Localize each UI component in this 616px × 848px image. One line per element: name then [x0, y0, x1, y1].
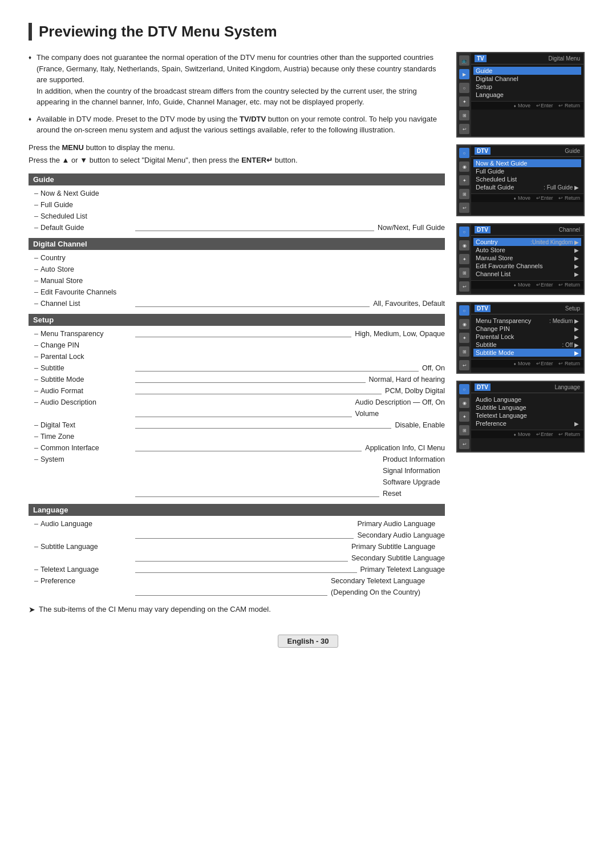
dash: –: [34, 275, 38, 286]
menu-row: – System Product InformationSignal Infor…: [34, 454, 445, 499]
tv-icon: ◉: [459, 161, 469, 172]
item-value: : Full Guide ▶: [544, 184, 579, 191]
item-value: ▶: [574, 350, 579, 356]
tv-panel-channel: ○ ◉ ✦ ⊞ ↩ DTV Channel Country :United Ki…: [456, 223, 585, 295]
tv-panel-language: ○ ◉ ✦ ⊞ ↩ DTV Language Audio Language: [456, 381, 585, 453]
menu-value: Now/Next, Full Guide: [378, 222, 445, 233]
item-label: Menu Transparency: [476, 317, 531, 324]
tv-footer: ⬧ Move ↵Enter ↩ Return: [471, 193, 583, 202]
language-header: Language: [29, 504, 445, 516]
item-label: Auto Store: [476, 247, 505, 253]
item-label: Language: [476, 91, 504, 98]
menu-row: – Audio Description Audio Description — …: [34, 397, 445, 419]
menu-line: [135, 561, 348, 562]
menu-row: – Now & Next Guide: [34, 188, 445, 199]
item-label: Audio Language: [476, 396, 521, 403]
item-label: Channel List: [476, 270, 510, 277]
item-label: Edit Favourite Channels: [476, 263, 542, 269]
page-footer: English - 30: [278, 635, 339, 648]
tv-side-icons: ○ ◉ ✦ ⊞ ↩: [457, 303, 471, 373]
tv-menu-title: Setup: [494, 305, 580, 312]
tv-icon: ○: [459, 83, 469, 93]
digital-channel-header: Digital Channel: [29, 238, 445, 250]
menu-line: [135, 417, 352, 417]
footer-enter: ↵Enter: [536, 103, 553, 108]
item-name: Time Zone: [40, 431, 132, 442]
item-name: Audio Format: [40, 385, 132, 397]
item-label: Default Guide: [476, 184, 514, 191]
footer-move: ⬧ Move: [513, 431, 530, 437]
tv-panel-header: TV Digital Menu: [471, 53, 583, 64]
dash: –: [34, 575, 38, 587]
footer-move: ⬧ Move: [513, 361, 530, 366]
tv-panel-header: DTV Language: [471, 382, 583, 393]
item-name: Audio Language: [40, 518, 132, 530]
tv-icon: ⊞: [459, 110, 469, 120]
menu-value: All, Favourites, Default: [373, 298, 445, 309]
item-label: Teletext Language: [476, 412, 527, 419]
footer-move: ⬧ Move: [513, 195, 530, 201]
tv-main-content: DTV Setup Menu Transparency : Medium ▶ C…: [471, 303, 583, 373]
tv-menu-item-guide: Guide: [473, 67, 581, 75]
tv-label: DTV: [475, 226, 491, 233]
item-label: Parental Lock: [476, 333, 514, 340]
footer-return: ↩ Return: [558, 282, 580, 288]
item-value: ▶: [574, 271, 579, 277]
item-name: Manual Store: [40, 275, 132, 286]
menu-value: Application Info, CI Menu: [365, 442, 445, 454]
item-label: Scheduled List: [476, 176, 517, 183]
item-name: Subtitle Mode: [40, 374, 132, 385]
menu-row: – Edit Favourite Channels: [34, 286, 445, 298]
footer-return: ↩ Return: [558, 103, 580, 108]
menu-value: Off, On: [422, 362, 445, 374]
item-name: Audio Description: [40, 397, 132, 408]
tv-menu-item-edit-fav: Edit Favourite Channels ▶: [476, 262, 579, 270]
tv-side-icons: 📺 ▶ ○ ✦ ⊞ ↩: [457, 53, 471, 136]
menu-value: Primary Subtitle LanguageSecondary Subti…: [351, 541, 445, 564]
tv-menu-item-menu-transparency: Menu Transparency : Medium ▶: [476, 317, 579, 325]
tv-panel-inner: ○ ◉ ✦ ⊞ ↩ DTV Language Audio Language: [457, 382, 583, 451]
tv-panel-header: DTV Setup: [471, 303, 583, 314]
menu-line: [135, 496, 379, 497]
tv-menu-item-teletext-lang: Teletext Language: [476, 411, 579, 419]
tv-footer: ⬧ Move ↵Enter ↩ Return: [471, 101, 583, 110]
tv-menu-item-setup: Setup: [476, 83, 579, 91]
tv-icon: ◉: [459, 240, 469, 251]
tv-menu-item-parental-lock: Parental Lock ▶: [476, 333, 579, 341]
tv-icon: ⊞: [459, 346, 469, 357]
menu-row: – Preference Secondary Teletext Language…: [34, 575, 445, 598]
item-name: Common Interface: [40, 442, 132, 454]
menu-line: [135, 595, 327, 596]
tv-main-content: DTV Language Audio Language Subtitle Lan…: [471, 382, 583, 451]
dash: –: [34, 454, 38, 465]
note-text: The sub-items of the CI Menu may vary de…: [39, 605, 271, 613]
menu-row: – Manual Store: [34, 275, 445, 286]
tv-icon: ⊞: [459, 189, 469, 199]
tv-menu-item-subtitle-lang: Subtitle Language: [476, 403, 579, 411]
dash: –: [34, 431, 38, 442]
tv-panel-digital-menu: 📺 ▶ ○ ✦ ⊞ ↩ TV Digital Menu Guide: [456, 52, 585, 138]
menu-row: – Subtitle Mode Normal, Hard of hearing: [34, 374, 445, 385]
tv-icon: ✦: [459, 175, 469, 185]
dash: –: [34, 564, 38, 575]
setup-items: – Menu Transparency High, Medium, Low, O…: [29, 328, 445, 499]
tv-side-icons: ○ ◉ ✦ ⊞ ↩: [457, 224, 471, 294]
menu-value: High, Medium, Low, Opaque: [355, 328, 445, 340]
tv-side-icons: ○ ◉ ✦ ⊞ ↩: [457, 146, 471, 215]
dash: –: [34, 351, 38, 362]
tv-menu-item-default-guide: Default Guide : Full Guide ▶: [476, 183, 579, 191]
item-label: Subtitle Mode: [476, 349, 514, 356]
tv-main-content: DTV Channel Country :United Kingdom ▶ Au…: [471, 224, 583, 294]
item-name: System: [40, 454, 132, 465]
tv-menu-title: Channel: [494, 227, 580, 233]
tv-panel-inner: ○ ◉ ✦ ⊞ ↩ DTV Guide Now & Next Guide: [457, 146, 583, 215]
menu-row: – Subtitle Off, On: [34, 362, 445, 374]
dash: –: [34, 188, 38, 199]
tv-panel-inner: ○ ◉ ✦ ⊞ ↩ DTV Channel Country :United Ki…: [457, 224, 583, 294]
guide-header: Guide: [29, 173, 445, 185]
item-label: Manual Store: [476, 255, 513, 261]
item-value: ▶: [574, 421, 579, 427]
footer-enter: ↵Enter: [536, 361, 553, 366]
item-name: Change PIN: [40, 340, 132, 351]
footer-return: ↩ Return: [558, 361, 580, 366]
